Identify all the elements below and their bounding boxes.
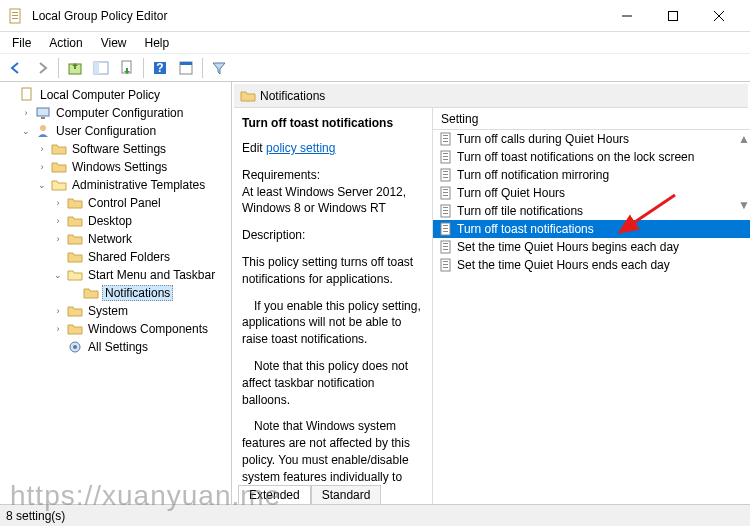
policy-icon xyxy=(439,132,453,146)
description-label: Description: xyxy=(242,227,422,244)
policy-icon xyxy=(439,240,453,254)
list-item[interactable]: Turn off tile notifications xyxy=(433,202,750,220)
settings-icon xyxy=(67,339,83,355)
maximize-button[interactable] xyxy=(650,1,696,31)
minimize-button[interactable] xyxy=(604,1,650,31)
svg-rect-29 xyxy=(443,159,448,160)
svg-rect-2 xyxy=(12,15,18,16)
menu-file[interactable]: File xyxy=(4,34,39,52)
chevron-right-icon[interactable]: › xyxy=(52,324,64,334)
forward-button[interactable] xyxy=(30,56,54,80)
tree-network[interactable]: › Network xyxy=(0,230,231,248)
tree-windows-settings[interactable]: › Windows Settings xyxy=(0,158,231,176)
chevron-right-icon[interactable]: › xyxy=(52,306,64,316)
svg-rect-27 xyxy=(443,153,448,154)
toolbar: ? xyxy=(0,54,750,82)
list-item[interactable]: Turn off Quiet Hours xyxy=(433,184,750,202)
svg-rect-18 xyxy=(41,117,45,119)
chevron-down-icon[interactable]: ⌄ xyxy=(52,270,64,280)
tree-all-settings[interactable]: All Settings xyxy=(0,338,231,356)
tree-shared-folders[interactable]: Shared Folders xyxy=(0,248,231,266)
chevron-right-icon[interactable]: › xyxy=(52,198,64,208)
export-button[interactable] xyxy=(115,56,139,80)
list-item[interactable]: Turn off notification mirroring xyxy=(433,166,750,184)
policy-icon xyxy=(439,150,453,164)
svg-rect-47 xyxy=(443,243,448,244)
chevron-right-icon[interactable]: › xyxy=(36,162,48,172)
tree-windows-components[interactable]: › Windows Components xyxy=(0,320,231,338)
folder-icon xyxy=(51,141,67,157)
toolbar-separator xyxy=(58,58,59,78)
tree-pane[interactable]: Local Computer Policy › Computer Configu… xyxy=(0,82,232,504)
tree-computer-config[interactable]: › Computer Configuration xyxy=(0,104,231,122)
close-button[interactable] xyxy=(696,1,742,31)
tree-start-menu-taskbar[interactable]: ⌄ Start Menu and Taskbar xyxy=(0,266,231,284)
svg-rect-33 xyxy=(443,177,448,178)
tree-root[interactable]: Local Computer Policy xyxy=(0,86,231,104)
tree-control-panel[interactable]: › Control Panel xyxy=(0,194,231,212)
filter-button[interactable] xyxy=(207,56,231,80)
tree-system[interactable]: › System xyxy=(0,302,231,320)
folder-icon xyxy=(67,195,83,211)
tree-admin-templates[interactable]: ⌄ Administrative Templates xyxy=(0,176,231,194)
chevron-right-icon[interactable]: › xyxy=(36,144,48,154)
settings-list-pane: ▲ ▼ Setting Turn off calls during Quiet … xyxy=(432,108,750,504)
svg-point-19 xyxy=(40,125,46,131)
tab-extended[interactable]: Extended xyxy=(238,485,311,504)
svg-rect-53 xyxy=(443,267,448,268)
setting-title: Turn off toast notifications xyxy=(242,116,422,130)
window-controls xyxy=(604,1,742,31)
edit-policy-link[interactable]: policy setting xyxy=(266,141,335,155)
scroll-up-icon[interactable]: ▲ xyxy=(738,132,748,146)
tab-standard[interactable]: Standard xyxy=(311,485,382,504)
tree-notifications[interactable]: Notifications xyxy=(0,284,231,302)
list-item[interactable]: Set the time Quiet Hours ends each day xyxy=(433,256,750,274)
computer-icon xyxy=(35,105,51,121)
chevron-right-icon[interactable]: › xyxy=(52,234,64,244)
menu-view[interactable]: View xyxy=(93,34,135,52)
show-hide-tree-button[interactable] xyxy=(89,56,113,80)
chevron-down-icon[interactable]: ⌄ xyxy=(36,180,48,190)
svg-rect-40 xyxy=(443,210,448,211)
app-icon xyxy=(8,8,24,24)
svg-rect-49 xyxy=(443,249,448,250)
svg-rect-10 xyxy=(94,62,99,74)
titlebar: Local Group Policy Editor xyxy=(0,0,750,32)
svg-rect-51 xyxy=(443,261,448,262)
svg-rect-3 xyxy=(12,18,18,19)
folder-open-icon xyxy=(51,177,67,193)
up-button[interactable] xyxy=(63,56,87,80)
tree-user-config[interactable]: ⌄ User Configuration xyxy=(0,122,231,140)
svg-rect-24 xyxy=(443,138,448,139)
svg-point-21 xyxy=(73,345,77,349)
svg-rect-39 xyxy=(443,207,448,208)
chevron-down-icon[interactable]: ⌄ xyxy=(20,126,32,136)
list-item[interactable]: Turn off toast notifications on the lock… xyxy=(433,148,750,166)
tree-software-settings[interactable]: › Software Settings xyxy=(0,140,231,158)
folder-icon xyxy=(67,303,83,319)
policy-icon xyxy=(439,204,453,218)
scroll-down-icon[interactable]: ▼ xyxy=(738,198,748,212)
menu-help[interactable]: Help xyxy=(137,34,178,52)
help-button[interactable]: ? xyxy=(148,56,172,80)
main-pane: Notifications Turn off toast notificatio… xyxy=(232,82,750,504)
back-button[interactable] xyxy=(4,56,28,80)
list-header-setting[interactable]: Setting xyxy=(433,108,750,130)
requirements-label: Requirements: xyxy=(242,167,422,184)
list-item-selected[interactable]: Turn off toast notifications xyxy=(433,220,750,238)
breadcrumb: Notifications xyxy=(234,84,748,108)
svg-rect-43 xyxy=(443,225,448,226)
scroll-indicator[interactable]: ▲ ▼ xyxy=(738,132,748,212)
chevron-right-icon[interactable]: › xyxy=(20,108,32,118)
properties-button[interactable] xyxy=(174,56,198,80)
folder-icon xyxy=(67,213,83,229)
tree-desktop[interactable]: › Desktop xyxy=(0,212,231,230)
list-item[interactable]: Set the time Quiet Hours begins each day xyxy=(433,238,750,256)
settings-list[interactable]: Turn off calls during Quiet Hours Turn o… xyxy=(433,130,750,504)
breadcrumb-label: Notifications xyxy=(260,89,325,103)
svg-rect-17 xyxy=(37,108,49,116)
chevron-right-icon[interactable]: › xyxy=(52,216,64,226)
menu-action[interactable]: Action xyxy=(41,34,90,52)
list-item[interactable]: Turn off calls during Quiet Hours xyxy=(433,130,750,148)
svg-rect-52 xyxy=(443,264,448,265)
